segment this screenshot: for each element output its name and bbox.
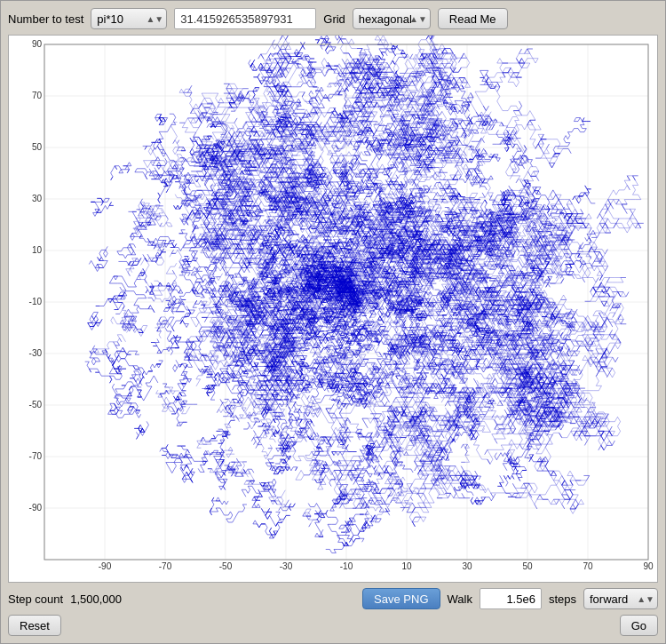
number-select-wrapper: pi*10 pi*100 pi*1000 e*10 sqrt(2)*10 ▲▼ xyxy=(91,8,167,29)
step-count-value: 1,500,000 xyxy=(70,592,122,606)
reset-button[interactable]: Reset xyxy=(8,615,61,636)
app-window: Number to test pi*10 pi*100 pi*1000 e*10… xyxy=(0,0,666,644)
direction-select-wrapper: forward backward ▲▼ xyxy=(583,588,658,609)
steps-label: steps xyxy=(549,592,576,606)
grid-select-wrapper: hexagonal square triangular ▲▼ xyxy=(353,8,431,29)
footer-bar: Reset Go xyxy=(8,615,658,636)
go-button[interactable]: Go xyxy=(620,615,658,636)
read-me-button[interactable]: Read Me xyxy=(438,8,508,29)
toolbar: Number to test pi*10 pi*100 pi*1000 e*10… xyxy=(8,8,658,29)
walk-label: Walk xyxy=(448,592,472,606)
step-count-label: Step count xyxy=(8,592,63,606)
value-display: 31.415926535897931 xyxy=(174,8,316,29)
number-label: Number to test xyxy=(8,12,83,26)
bottom-bar: Step count 1,500,000 Save PNG Walk steps… xyxy=(8,588,658,609)
direction-select[interactable]: forward backward xyxy=(583,588,658,609)
plot-canvas xyxy=(9,36,657,582)
plot-area xyxy=(8,35,658,583)
grid-label: Grid xyxy=(323,12,345,26)
number-select[interactable]: pi*10 pi*100 pi*1000 e*10 sqrt(2)*10 xyxy=(91,8,167,29)
save-png-button[interactable]: Save PNG xyxy=(362,588,440,609)
walk-input[interactable] xyxy=(480,588,542,609)
grid-select[interactable]: hexagonal square triangular xyxy=(353,8,431,29)
